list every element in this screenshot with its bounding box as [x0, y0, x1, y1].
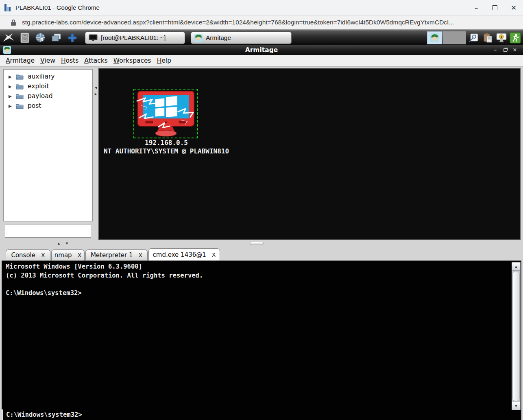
menu-workspaces[interactable]: Workspaces	[113, 57, 151, 64]
tab-cmd-exe[interactable]: cmd.exe 1436@1 X	[148, 248, 220, 260]
console-line: (c) 2013 Microsoft Corporation. All righ…	[6, 271, 203, 280]
expand-arrow-icon[interactable]: ▶	[9, 104, 13, 108]
cmd-console-panel: Microsoft Windows [Version 6.3.9600](c) …	[2, 260, 521, 420]
module-tree-panel: ▶ auxiliary ▶ exploit ▶	[3, 69, 93, 221]
tree-item-auxiliary[interactable]: ▶ auxiliary	[4, 72, 92, 81]
horizontal-splitter[interactable]: ▲ ▼	[0, 240, 523, 247]
menu-hosts[interactable]: Hosts	[61, 57, 78, 64]
host-node-selected[interactable]	[133, 89, 198, 138]
console-scrollbar[interactable]: ▲ ▼	[512, 262, 521, 410]
armitage-titlebar[interactable]: Armitage – ✕	[0, 45, 523, 55]
browser-maximize-button[interactable]	[486, 0, 504, 15]
windows-stack-icon[interactable]	[50, 32, 63, 44]
taskbar-button-label: [root@PLABKALI01: ~]	[101, 34, 166, 42]
tab-close-button[interactable]: X	[78, 252, 82, 258]
folder-icon	[16, 93, 24, 99]
tab-close-button[interactable]: X	[139, 252, 143, 258]
screen-lock-icon[interactable]	[495, 32, 508, 44]
web-browser-icon[interactable]	[34, 32, 48, 44]
console-prompt: C:\Windows\system32>	[6, 411, 82, 418]
system-tray	[427, 31, 521, 44]
armitage-minimize-button[interactable]: –	[490, 46, 500, 54]
add-plus-icon[interactable]	[65, 32, 79, 44]
collapse-left-icon[interactable]: ◄	[94, 85, 98, 90]
armitage-menubar: Armitage View Hosts Attacks Workspaces H…	[0, 55, 523, 67]
browser-urlbar[interactable]: stg.practice-labs.com/device-advanced.as…	[0, 15, 523, 30]
tray-workspace-switcher[interactable]	[443, 31, 466, 44]
targets-graph-panel[interactable]: 192.168.0.5 NT AUTHORITY\SYSTEM @ PLABWI…	[98, 68, 521, 240]
collapse-down-icon[interactable]: ▼	[65, 241, 69, 245]
collapse-up-icon[interactable]: ▲	[57, 241, 61, 245]
expand-arrow-icon[interactable]: ▶	[9, 84, 13, 89]
scroll-down-button[interactable]: ▼	[512, 402, 520, 410]
console-line: Microsoft Windows [Version 6.3.9600]	[6, 262, 203, 271]
menu-help[interactable]: Help	[157, 57, 171, 64]
console-line	[6, 280, 203, 289]
console-output[interactable]: Microsoft Windows [Version 6.3.9600](c) …	[6, 262, 203, 298]
tree-item-payload[interactable]: ▶ payload	[4, 91, 92, 101]
remote-desktop-screen: PLABKALI01 - Google Chrome – ✕ stg.pract…	[0, 0, 523, 420]
tree-item-post[interactable]: ▶ post	[4, 101, 92, 111]
practice-labs-favicon	[4, 4, 11, 12]
browser-close-button[interactable]: ✕	[504, 0, 523, 15]
folder-icon	[16, 103, 24, 109]
console-line: C:\Windows\system32>	[6, 289, 203, 298]
browser-window-title: PLABKALI01 - Google Chrome	[15, 4, 100, 11]
host-ip-label: 192.168.0.5	[81, 139, 252, 147]
folder-icon	[16, 83, 24, 90]
file-cabinet-icon[interactable]	[18, 32, 32, 44]
clipboard-icon[interactable]	[482, 32, 494, 44]
tree-item-label: payload	[28, 92, 53, 100]
tree-item-label: auxiliary	[28, 73, 54, 80]
url-text[interactable]: stg.practice-labs.com/device-advanced.as…	[22, 19, 454, 26]
armitage-avatar-icon	[194, 34, 203, 42]
tab-close-button[interactable]: X	[41, 252, 45, 258]
lock-icon	[11, 19, 16, 26]
console-input-row[interactable]: C:\Windows\system32>	[2, 409, 512, 420]
screenshot-icon[interactable]	[468, 32, 480, 44]
tree-item-label: exploit	[28, 83, 49, 90]
tray-armitage-window-icon[interactable]	[427, 31, 442, 44]
splitter-grab-handle[interactable]	[250, 242, 264, 245]
tree-item-exploit[interactable]: ▶ exploit	[4, 81, 92, 91]
compromised-windows-host-icon	[135, 90, 196, 137]
armitage-avatar-icon	[3, 46, 11, 54]
tab-console[interactable]: Console X	[6, 249, 50, 260]
menu-armitage[interactable]: Armitage	[6, 57, 35, 64]
terminal-icon	[89, 34, 98, 42]
desktop-taskbar: [root@PLABKALI01: ~] Armitage	[0, 30, 523, 45]
taskbar-button-armitage[interactable]: Armitage	[191, 32, 292, 44]
tab-meterpreter-1[interactable]: Meterpreter 1 X	[85, 249, 148, 260]
console-tab-bar: Console X nmap X Meterpreter 1 X cmd.exe…	[0, 247, 523, 260]
armitage-close-button[interactable]: ✕	[510, 46, 520, 54]
armitage-restore-button[interactable]	[500, 46, 510, 54]
tab-label: nmap	[54, 252, 72, 259]
expand-arrow-icon[interactable]: ▶	[9, 74, 13, 79]
folder-icon	[16, 74, 24, 80]
tab-label: Console	[11, 252, 35, 259]
tab-nmap[interactable]: nmap X	[51, 249, 85, 260]
browser-titlebar[interactable]: PLABKALI01 - Google Chrome – ✕	[0, 0, 523, 15]
module-search-input[interactable]	[5, 225, 91, 238]
taskbar-button-label: Armitage	[206, 34, 231, 42]
armitage-window: Armitage – ✕ Armitage View Hosts Attacks…	[0, 45, 523, 420]
armitage-avatar-icon	[430, 33, 439, 42]
tab-close-button[interactable]: X	[212, 252, 216, 258]
tree-item-label: post	[28, 102, 41, 109]
taskbar-button-terminal[interactable]: [root@PLABKALI01: ~]	[85, 32, 185, 44]
scroll-up-button[interactable]: ▲	[512, 262, 520, 271]
collapse-right-icon[interactable]: ►	[94, 92, 98, 96]
armitage-window-title: Armitage	[0, 46, 523, 54]
tab-label: Meterpreter 1	[91, 252, 133, 259]
menu-view[interactable]: View	[40, 57, 55, 64]
host-session-label: NT AUTHORITY\SYSTEM @ PLABWIN810	[81, 147, 252, 155]
tab-label: cmd.exe 1436@1	[153, 251, 206, 258]
scrollbar-thumb[interactable]	[512, 271, 520, 401]
menu-attacks[interactable]: Attacks	[84, 57, 108, 64]
browser-minimize-button[interactable]: –	[467, 0, 486, 15]
logout-icon[interactable]	[509, 32, 521, 44]
expand-arrow-icon[interactable]: ▶	[9, 94, 13, 98]
kali-logo-icon[interactable]	[2, 32, 16, 44]
